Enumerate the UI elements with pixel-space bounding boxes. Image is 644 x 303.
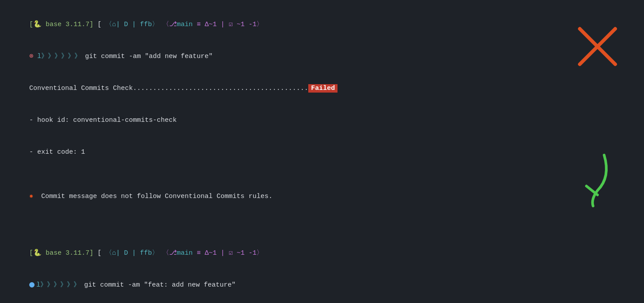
check-label-1: Conventional Commits Check..............… xyxy=(29,85,308,92)
terminal-window: [🐍 base 3.11.7] [ 〈⌂| D | ffb〉 〈⎇main ≡ … xyxy=(0,0,644,303)
branch-info-1: 〈⎇ xyxy=(159,21,177,28)
branch-name-1: main xyxy=(177,21,193,28)
hook-id-line: - hook id: conventional-commits-check xyxy=(13,105,631,136)
error-text: Commit message does not follow Conventio… xyxy=(33,193,272,200)
prompt-arrows-1: l》》》》》》 xyxy=(37,53,81,60)
error-star: ✸ xyxy=(29,193,33,200)
blue-dot xyxy=(29,282,35,287)
command-line-2: l》》》》》》 git commit -am "feat: add new fe… xyxy=(13,269,631,301)
branch-info-2: 〈⎇ xyxy=(159,249,177,257)
error-message-line: ✸ Commit message does not follow Convent… xyxy=(13,181,631,213)
python-env-2: [🐍 base 3.11.7] xyxy=(29,249,93,257)
exit-code-line: - exit code: 1 xyxy=(13,136,631,168)
error-indicator: ⊗ xyxy=(29,53,33,60)
git-command-2: git commit -am "feat: add new feature" xyxy=(80,281,236,289)
python-env-1: [🐍 base 3.11.7] xyxy=(29,21,93,28)
green-check-annotation xyxy=(578,151,622,208)
prompt-arrows-2: l》》》》》》 xyxy=(36,281,80,289)
branch-name-2: main xyxy=(177,249,193,257)
prompt-line-1: [🐍 base 3.11.7] [ 〈⌂| D | ffb〉 〈⎇main ≡ … xyxy=(13,9,631,41)
git-info-1: 〈⌂| D | ffb〉 xyxy=(101,21,159,28)
git-command-1: git commit -am "add new feature" xyxy=(81,53,213,60)
check-line-1: Conventional Commits Check..............… xyxy=(13,73,631,105)
command-line-1: ⊗ l》》》》》》 git commit -am "add new featur… xyxy=(13,41,631,73)
red-x-annotation xyxy=(578,27,617,66)
check-line-2: Conventional Commits Check..............… xyxy=(13,301,631,303)
prompt-line-2: [🐍 base 3.11.7] [ 〈⌂| D | ffb〉 〈⎇main ≡ … xyxy=(13,237,631,269)
failed-badge: Failed xyxy=(308,84,338,93)
git-info-2: 〈⌂| D | ffb〉 xyxy=(101,249,159,257)
